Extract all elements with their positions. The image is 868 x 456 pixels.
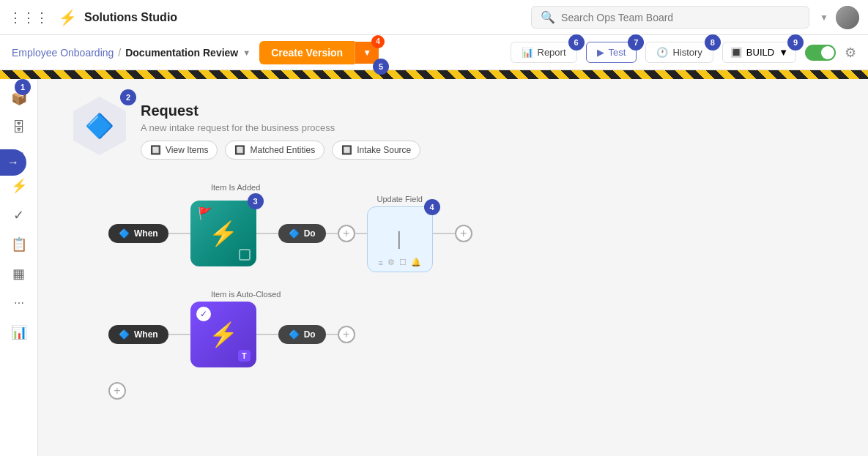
update-field-label: Update Field — [376, 195, 422, 203]
avatar[interactable] — [836, 6, 859, 29]
sidebar-item-lightning[interactable]: ⚡ — [6, 173, 32, 199]
card-actions: ≡ ⚙ ☐ 🔔 — [378, 258, 420, 267]
sidebar-item-clipboard[interactable]: 📋 — [6, 231, 32, 258]
request-info: Request A new intake request for the bus… — [141, 97, 420, 160]
when-label-1: When — [134, 228, 158, 239]
settings-icon[interactable]: ⚙ — [845, 45, 856, 61]
when-icon-1: 🔷 — [119, 228, 130, 239]
sidebar-item-table[interactable]: ▦ — [6, 261, 32, 287]
breadcrumb-current: Documentation Review — [125, 47, 238, 59]
build-label: BUILD — [746, 47, 774, 58]
top-bar: ⋮⋮⋮ ⚡ Solutions Studio 🔍 ▼ — [0, 0, 868, 35]
sidebar-toggle-button[interactable]: → — [0, 149, 26, 176]
search-bar[interactable]: 🔍 — [531, 6, 809, 29]
create-version-wrapper: Create Version ▼ 4 — [259, 41, 379, 64]
bottom-add-wrapper: + — [108, 382, 850, 400]
sidebar-item-database[interactable]: 🗄 — [6, 114, 32, 141]
create-version-badge: 4 — [371, 35, 385, 48]
do-label-1: Do — [304, 228, 316, 239]
breadcrumb: Employee Onboarding / Documentation Revi… — [12, 47, 251, 59]
when-node-1[interactable]: 🔷 When — [108, 224, 168, 243]
do-node-1[interactable]: 🔷 Do — [278, 224, 326, 243]
do-label-2: Do — [304, 329, 316, 340]
when-label-2: When — [134, 329, 158, 340]
bolt-icon-2: ⚡ — [209, 321, 238, 348]
step4-badge: 4 — [424, 199, 440, 215]
flag-icon: 🚩 — [198, 206, 212, 220]
trigger2-label: Item is Auto-Closed — [211, 290, 850, 299]
search-dropdown-icon[interactable]: ▼ — [820, 12, 828, 23]
matched-entities-button[interactable]: 🔲 Matched Entities — [225, 141, 324, 160]
test-label: Test — [609, 47, 626, 58]
update-field-card[interactable]: │ ≡ ⚙ ☐ 🔔 — [367, 206, 433, 272]
breadcrumb-dropdown-icon[interactable]: ▼ — [242, 48, 251, 57]
report-button[interactable]: 📊 Report — [511, 42, 577, 63]
grid-icon[interactable]: ⋮⋮⋮ — [9, 10, 48, 26]
connector-4 — [355, 233, 367, 234]
connector-2 — [256, 233, 278, 234]
trigger-card-1[interactable]: 🚩 ⚡ — [190, 201, 256, 266]
flow-row-2: Item is Auto-Closed 🔷 When ✓ ⚡ T — [108, 290, 850, 367]
flow-row-1-content: 🔷 When 🚩 ⚡ 3 — [108, 195, 850, 272]
step8-badge: 8 — [705, 34, 721, 51]
when-node-2[interactable]: 🔷 When — [108, 325, 168, 344]
checkbox-card-icon[interactable]: ☐ — [399, 258, 407, 267]
sidebar: 📦 🗄 ⊞ ⚡ ✓ 📋 ▦ ⋯ 📊 — [0, 79, 38, 456]
filter-icon[interactable]: ≡ — [378, 258, 382, 267]
second-bar: Employee Onboarding / Documentation Revi… — [0, 35, 868, 70]
sidebar-item-check[interactable]: ✓ — [6, 202, 32, 228]
create-version-button[interactable]: Create Version — [259, 41, 355, 64]
intake-source-icon: 🔲 — [341, 145, 352, 155]
report-label: Report — [538, 47, 566, 58]
connector-1 — [168, 233, 190, 234]
flow-row-2-content: 🔷 When ✓ ⚡ T 🔷 D — [108, 302, 850, 367]
main-content: 🔷 2 Request A new intake request for the… — [38, 79, 868, 456]
warning-stripe — [0, 70, 868, 79]
do-icon-2: 🔷 — [289, 329, 300, 340]
intake-source-label: Intake Source — [357, 145, 411, 155]
step9-badge: 9 — [787, 34, 804, 51]
view-items-button[interactable]: 🔲 View Items — [141, 141, 218, 160]
history-wrapper: 🕐 History 8 — [645, 42, 713, 63]
cursor-icon: │ — [395, 231, 404, 248]
logo-icon: ⚡ — [59, 9, 77, 26]
trigger-card-2[interactable]: ✓ ⚡ T — [190, 302, 256, 367]
trigger-card-1-wrapper: 🚩 ⚡ 3 — [190, 201, 256, 266]
bottom-add-circle[interactable]: + — [108, 382, 126, 400]
bell-icon[interactable]: 🔔 — [411, 258, 421, 267]
cube-icon: 🔷 — [85, 112, 114, 140]
checkbox-1[interactable] — [239, 249, 251, 261]
add-circle-1[interactable]: + — [338, 225, 355, 242]
request-description: A new intake request for the business pr… — [141, 122, 420, 133]
step7-badge: 7 — [628, 34, 644, 51]
settings-card-icon[interactable]: ⚙ — [387, 258, 395, 267]
matched-entities-icon: 🔲 — [234, 145, 245, 155]
do-node-2[interactable]: 🔷 Do — [278, 325, 326, 344]
add-circle-2[interactable]: + — [455, 225, 472, 242]
hexagon-wrapper: 🔷 2 — [70, 97, 129, 155]
toggle-switch[interactable] — [805, 45, 836, 61]
toggle-slider[interactable] — [805, 45, 836, 61]
build-selector[interactable]: 🔳 BUILD ▼ — [722, 42, 796, 63]
search-input[interactable] — [561, 12, 800, 23]
connector-8 — [326, 334, 338, 335]
sidebar-item-report[interactable]: 📊 — [6, 319, 32, 345]
request-node: 🔷 2 Request A new intake request for the… — [70, 97, 850, 160]
intake-source-button[interactable]: 🔲 Intake Source — [332, 141, 420, 160]
matched-entities-label: Matched Entities — [250, 145, 315, 155]
build-wrapper: 🔳 BUILD ▼ 9 — [722, 42, 796, 63]
search-icon: 🔍 — [541, 10, 555, 24]
breadcrumb-separator: / — [118, 47, 121, 59]
connector-3 — [326, 233, 338, 234]
add-circle-3[interactable]: + — [338, 326, 355, 343]
breadcrumb-parent[interactable]: Employee Onboarding — [12, 47, 114, 59]
sidebar-item-network[interactable]: ⋯ — [6, 290, 32, 316]
view-items-label: View Items — [166, 145, 208, 155]
trigger1-label: Item Is Added — [211, 183, 850, 192]
do-icon-1: 🔷 — [289, 228, 300, 239]
update-field-wrapper: Update Field │ ≡ ⚙ ☐ 🔔 — [367, 195, 433, 272]
t-badge: T — [238, 350, 251, 362]
connector-6 — [168, 334, 190, 335]
update-field-card-wrapper: │ ≡ ⚙ ☐ 🔔 4 — [367, 206, 433, 272]
history-button[interactable]: 🕐 History — [645, 42, 713, 63]
